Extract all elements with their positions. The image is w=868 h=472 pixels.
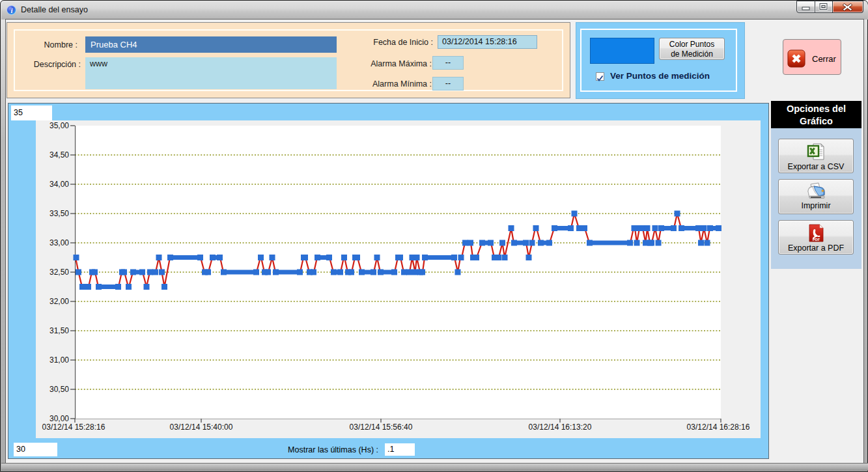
svg-text:33,50: 33,50 — [49, 209, 69, 218]
svg-text:34,50: 34,50 — [49, 150, 69, 160]
svg-text:03/12/14 15:28:16: 03/12/14 15:28:16 — [42, 423, 105, 432]
svg-text:03/12/14 15:56:40: 03/12/14 15:56:40 — [350, 423, 413, 432]
svg-text:03/12/14 15:40:00: 03/12/14 15:40:00 — [170, 423, 233, 432]
svg-text:03/12/14 16:13:20: 03/12/14 16:13:20 — [529, 423, 592, 432]
svg-text:31,00: 31,00 — [49, 355, 69, 365]
svg-text:30,00: 30,00 — [49, 414, 69, 423]
svg-text:32,50: 32,50 — [49, 268, 69, 277]
svg-text:03/12/14 16:28:16: 03/12/14 16:28:16 — [687, 423, 750, 432]
svg-text:PDF: PDF — [813, 238, 820, 242]
svg-text:31,50: 31,50 — [49, 326, 69, 335]
svg-text:33,00: 33,00 — [49, 238, 69, 247]
svg-text:32,00: 32,00 — [49, 297, 69, 306]
svg-text:35,00: 35,00 — [49, 121, 69, 130]
svg-text:30,50: 30,50 — [49, 385, 69, 394]
svg-text:34,00: 34,00 — [49, 180, 69, 189]
